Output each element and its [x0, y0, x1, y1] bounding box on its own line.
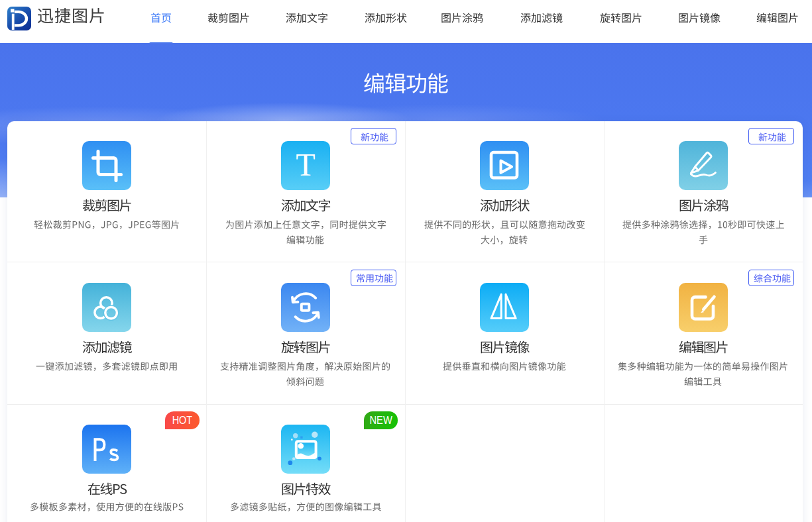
svg-text:T: T [296, 147, 315, 182]
